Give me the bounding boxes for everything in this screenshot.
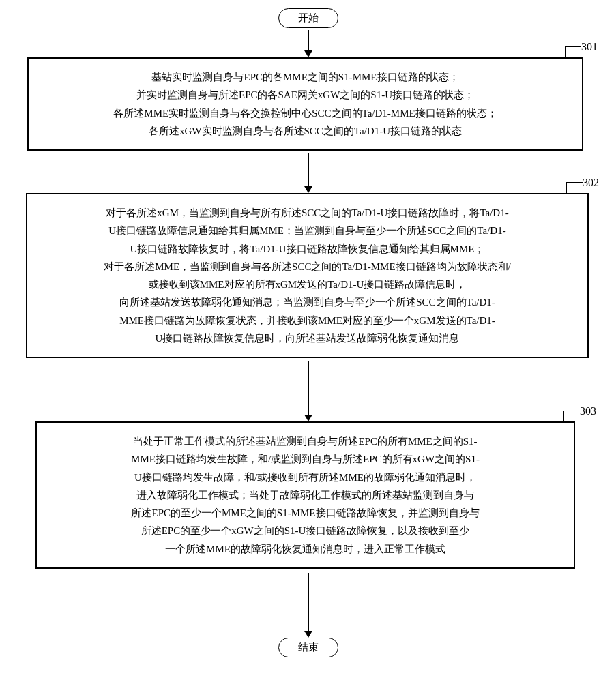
callout-line [566,182,583,183]
text-line: 当处于正常工作模式的所述基站监测到自身与所述EPC的所有MME之间的S1- [53,432,557,450]
step-ref-303: 303 [580,405,596,417]
text-line: U接口链路均发生故障，和/或接收到所有所述MME的故障弱化通知消息时， [53,469,557,486]
text-line: 各所述xGW实时监测自身与各所述SCC之间的Ta/D1-U接口链路的状态 [45,122,566,140]
arrow-down-icon [304,631,312,638]
step-ref-301: 301 [581,41,598,53]
callout-line [563,411,580,411]
connector [308,361,309,415]
terminal-end: 结束 [278,638,338,657]
text-line: 各所述MME实时监测自身与各交换控制中心SCC之间的Ta/D1-MME接口链路的… [45,104,566,122]
callout-line [565,46,566,57]
text-line: 并实时监测自身与所述EPC的各SAE网关xGW之间的S1-U接口链路的状态； [45,86,566,104]
text-line: U接口链路故障信息通知给其归属MME；当监测到自身与至少一个所述SCC之间的Ta… [44,222,571,239]
text-line: 所述EPC的至少一个xGW之间的S1-U接口链路故障恢复，以及接收到至少 [53,522,557,539]
text-line: 或接收到该MME对应的所有xGM发送的Ta/D1-U接口链路故障信息时， [44,276,571,293]
callout-line [566,182,567,193]
callout-line [563,411,564,421]
text-line: U接口链路故障恢复时，将Ta/D1-U接口链路故障恢复信息通知给其归属MME； [44,240,571,258]
text-line: MME接口链路均发生故障，和/或监测到自身与所述EPC的所有xGW之间的S1- [53,450,557,468]
terminal-end-label: 结束 [298,642,319,653]
text-line: MME接口链路为故障恢复状态，并接收到该MME对应的至少一个xGM发送的Ta/D… [44,312,571,329]
arrow-down-icon [304,186,312,193]
text-line: 向所述基站发送故障弱化通知消息；当监测到自身与至少一个所述SCC之间的Ta/D1… [44,293,571,311]
step-ref-302: 302 [583,177,599,189]
text-line: 对于各所述MME，当监测到自身与各所述SCC之间的Ta/D1-MME接口链路均为… [44,258,571,276]
connector [308,153,309,186]
text-line: 对于各所述xGM，当监测到自身与所有所述SCC之间的Ta/D1-U接口链路故障时… [44,204,571,222]
text-line: 进入故障弱化工作模式；当处于故障弱化工作模式的所述基站监测到自身与 [53,486,557,504]
terminal-start: 开始 [278,8,338,28]
process-step-302: 对于各所述xGM，当监测到自身与所有所述SCC之间的Ta/D1-U接口链路故障时… [26,193,589,358]
process-step-301: 基站实时监测自身与EPC的各MME之间的S1-MME接口链路的状态； 并实时监测… [27,57,583,151]
callout-line [565,46,581,47]
text-line: 基站实时监测自身与EPC的各MME之间的S1-MME接口链路的状态； [45,68,566,86]
terminal-start-label: 开始 [298,12,319,23]
connector [308,573,309,631]
flow-diagram: 开始 301 基站实时监测自身与EPC的各MME之间的S1-MME接口链路的状态… [0,0,616,682]
text-line: 所述EPC的至少一个MME之间的S1-MME接口链路故障恢复，并监测到自身与 [53,504,557,522]
arrow-down-icon [304,50,312,57]
process-step-303: 当处于正常工作模式的所述基站监测到自身与所述EPC的所有MME之间的S1- MM… [35,421,575,569]
text-line: 一个所述MME的故障弱化恢复通知消息时，进入正常工作模式 [53,540,557,558]
text-line: U接口链路故障恢复信息时，向所述基站发送故障弱化恢复通知消息 [44,329,571,347]
arrow-down-icon [304,415,312,421]
connector [308,30,309,50]
